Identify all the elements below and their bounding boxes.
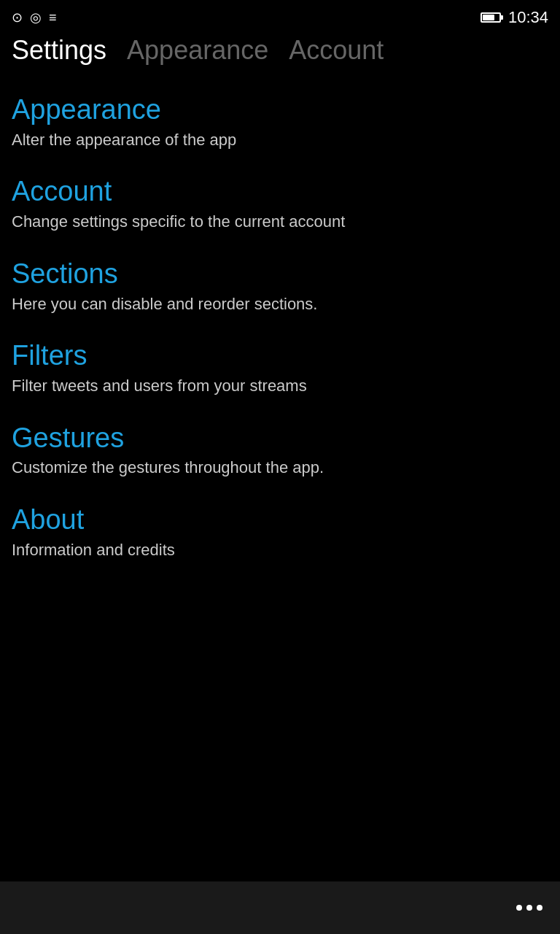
wifi-icon: ◎ xyxy=(30,9,42,26)
gestures-desc: Customize the gestures throughout the ap… xyxy=(12,458,548,479)
menu-icon: ≡ xyxy=(49,10,57,26)
about-desc: Information and credits xyxy=(12,540,548,561)
account-desc: Change settings specific to the current … xyxy=(12,212,548,233)
nav-tabs: Settings Appearance Account xyxy=(0,35,560,74)
sections-title: Sections xyxy=(12,259,548,290)
account-title: Account xyxy=(12,177,548,207)
settings-item-gestures[interactable]: Gestures Customize the gestures througho… xyxy=(12,410,548,492)
appearance-desc: Alter the appearance of the app xyxy=(12,130,548,151)
sections-desc: Here you can disable and reorder section… xyxy=(12,294,548,315)
gestures-title: Gestures xyxy=(12,423,548,454)
status-bar: ⊙ ◎ ≡ 10:34 xyxy=(0,0,560,35)
settings-item-filters[interactable]: Filters Filter tweets and users from you… xyxy=(12,328,548,409)
tab-account[interactable]: Account xyxy=(289,35,384,66)
settings-item-sections[interactable]: Sections Here you can disable and reorde… xyxy=(12,246,548,328)
filters-desc: Filter tweets and users from your stream… xyxy=(12,376,548,397)
dot-1 xyxy=(516,905,522,911)
app-icon: ⊙ xyxy=(12,9,23,26)
settings-content: Appearance Alter the appearance of the a… xyxy=(0,74,560,581)
filters-title: Filters xyxy=(12,341,548,371)
bottom-bar xyxy=(0,881,560,934)
tab-settings[interactable]: Settings xyxy=(12,35,106,66)
appearance-title: Appearance xyxy=(12,95,548,126)
battery-icon xyxy=(481,12,501,23)
settings-item-account[interactable]: Account Change settings specific to the … xyxy=(12,163,548,245)
time-display: 10:34 xyxy=(508,8,548,27)
status-right: 10:34 xyxy=(481,8,548,27)
dot-3 xyxy=(537,905,542,911)
dot-2 xyxy=(526,905,532,911)
status-icons: ⊙ ◎ ≡ xyxy=(12,9,57,26)
tab-appearance[interactable]: Appearance xyxy=(127,35,268,66)
more-button[interactable] xyxy=(516,905,542,911)
settings-item-about[interactable]: About Information and credits xyxy=(12,492,548,574)
about-title: About xyxy=(12,505,548,536)
settings-item-appearance[interactable]: Appearance Alter the appearance of the a… xyxy=(12,82,548,163)
